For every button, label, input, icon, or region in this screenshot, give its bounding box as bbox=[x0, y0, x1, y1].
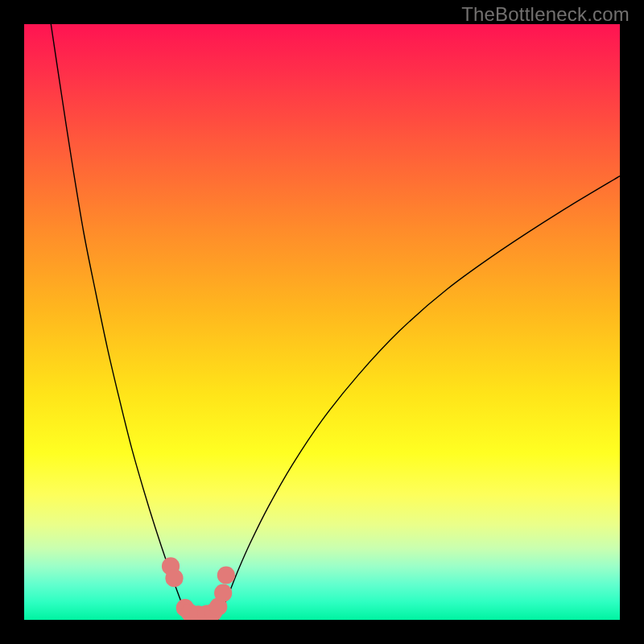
plot-area bbox=[24, 24, 620, 620]
chart-svg bbox=[24, 24, 620, 620]
marker-point bbox=[165, 569, 183, 587]
marker-cluster bbox=[162, 557, 235, 620]
marker-point bbox=[214, 584, 232, 602]
series-left-branch bbox=[51, 24, 188, 620]
series-right-branch bbox=[218, 176, 621, 620]
chart-frame: TheBottleneck.com bbox=[0, 0, 644, 644]
marker-point bbox=[217, 566, 235, 584]
watermark-text: TheBottleneck.com bbox=[461, 3, 630, 26]
